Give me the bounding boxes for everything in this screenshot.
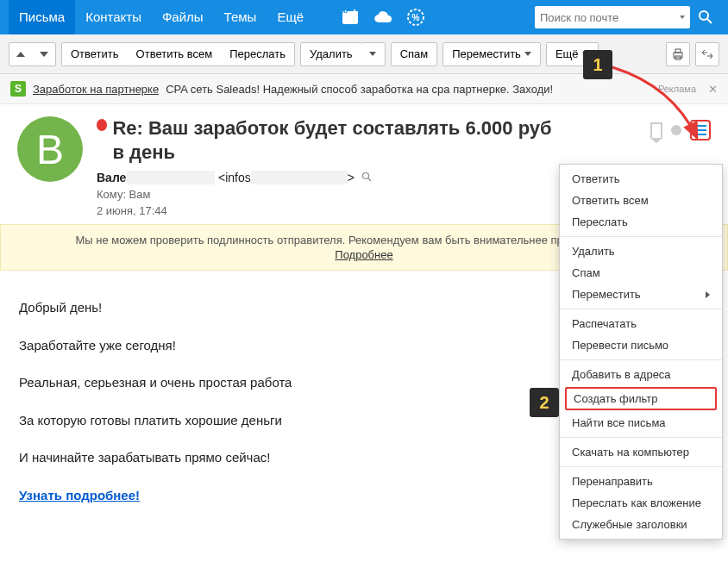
nav-item-themes[interactable]: Темы (214, 0, 267, 34)
ad-text: CPA сеть Saleads! Надежный способ зарабо… (166, 83, 553, 96)
svg-rect-9 (675, 49, 681, 53)
search-box[interactable] (535, 6, 690, 28)
cloud-icon[interactable] (367, 0, 399, 34)
search-caret-icon[interactable] (680, 16, 685, 19)
menu-headers[interactable]: Служебные заголовки (560, 514, 722, 535)
unread-dot-icon (97, 119, 107, 131)
calendar-icon[interactable]: 18 (335, 0, 366, 34)
message-subject: Re: Ваш заработок будет составлять 6.000… (112, 116, 562, 164)
move-button[interactable]: Переместить (442, 42, 541, 66)
menu-move[interactable]: Переместить (560, 284, 722, 305)
spam-button[interactable]: Спам (391, 42, 438, 66)
svg-line-12 (368, 178, 371, 181)
search-sender-icon[interactable] (361, 172, 372, 184)
message-meta: ВалеXXXXXXXXXXX <infosXXXXXXXXXXXX> Кому… (97, 171, 562, 217)
sender-avatar: В (17, 116, 83, 182)
menu-delete[interactable]: Удалить (560, 240, 722, 262)
toggle-layout-button[interactable] (695, 42, 719, 66)
message-from: ВалеXXXXXXXXXXX <infosXXXXXXXXXXXX> (97, 171, 562, 184)
message-menu-button[interactable] (690, 120, 711, 140)
svg-point-6 (700, 11, 708, 20)
menu-add-contacts[interactable]: Добавить в адреса (560, 364, 722, 385)
menu-print[interactable]: Распечатать (560, 313, 722, 334)
ad-title[interactable]: Заработок на партнерке (33, 83, 159, 96)
mark-read-icon[interactable] (671, 125, 681, 135)
prev-message-button[interactable] (9, 42, 33, 66)
search-button[interactable] (692, 0, 719, 34)
ad-banner: S Заработок на партнерке CPA сеть Salead… (0, 74, 728, 104)
svg-point-11 (362, 173, 368, 179)
ad-close-button[interactable]: ✕ (708, 83, 718, 96)
message-toolbar: Ответить Ответить всем Переслать Удалить… (0, 34, 728, 74)
next-message-button[interactable] (32, 42, 56, 66)
svg-rect-3 (354, 9, 355, 13)
submenu-arrow-icon (706, 291, 710, 298)
bookmark-icon[interactable] (650, 122, 662, 138)
body-learn-more-link[interactable]: Узнать подробнее! (19, 488, 140, 502)
message-date: 2 июня, 17:44 (97, 204, 562, 217)
ad-label: Реклама (658, 84, 696, 94)
menu-redirect[interactable]: Перенаправить (560, 471, 722, 492)
annotation-callout-1: 1 (583, 50, 612, 79)
menu-reply-all[interactable]: Ответить всем (560, 190, 722, 211)
delete-dropdown-button[interactable] (361, 42, 386, 66)
menu-download[interactable]: Скачать на компьютер (560, 441, 722, 463)
message-to: Кому: Вам (97, 188, 562, 201)
menu-forward[interactable]: Переслать (560, 211, 722, 233)
annotation-callout-2: 2 (530, 388, 559, 417)
nav-item-contacts[interactable]: Контакты (75, 0, 152, 34)
from-name: Вале (97, 171, 126, 184)
menu-reply[interactable]: Ответить (560, 168, 722, 190)
print-button[interactable] (666, 42, 690, 66)
nav-tabs: Письма Контакты Файлы Темы Ещё (9, 0, 314, 34)
forward-button[interactable]: Переслать (221, 42, 295, 66)
nav-item-files[interactable]: Файлы (152, 0, 214, 34)
ad-badge-icon: S (10, 81, 26, 97)
message-actions-menu: Ответить Ответить всем Переслать Удалить… (559, 164, 723, 540)
menu-spam[interactable]: Спам (560, 262, 722, 284)
menu-find-all[interactable]: Найти все письма (560, 412, 722, 434)
promo-icon[interactable]: % (400, 0, 431, 34)
more-label: Ещё (555, 47, 579, 60)
reply-all-button[interactable]: Ответить всем (128, 42, 223, 66)
calendar-date: 18 (339, 6, 348, 15)
svg-line-7 (707, 19, 712, 23)
menu-move-label: Переместить (572, 288, 641, 301)
from-email-prefix: <infos (218, 171, 251, 184)
menu-create-filter[interactable]: Создать фильтр (565, 387, 717, 410)
nav-item-more[interactable]: Ещё (267, 0, 314, 34)
reply-button[interactable]: Ответить (61, 42, 129, 66)
header-actions (650, 120, 711, 140)
svg-text:%: % (412, 13, 420, 22)
search-input[interactable] (540, 11, 676, 24)
nav-item-mail[interactable]: Письма (9, 0, 75, 34)
delete-button[interactable]: Удалить (300, 42, 362, 66)
move-label: Переместить (452, 47, 521, 60)
top-navbar: Письма Контакты Файлы Темы Ещё 18 % (0, 0, 728, 34)
menu-forward-attachment[interactable]: Переслать как вложение (560, 492, 722, 514)
from-email-suffix: > (348, 171, 355, 184)
menu-translate[interactable]: Перевести письмо (560, 334, 722, 356)
